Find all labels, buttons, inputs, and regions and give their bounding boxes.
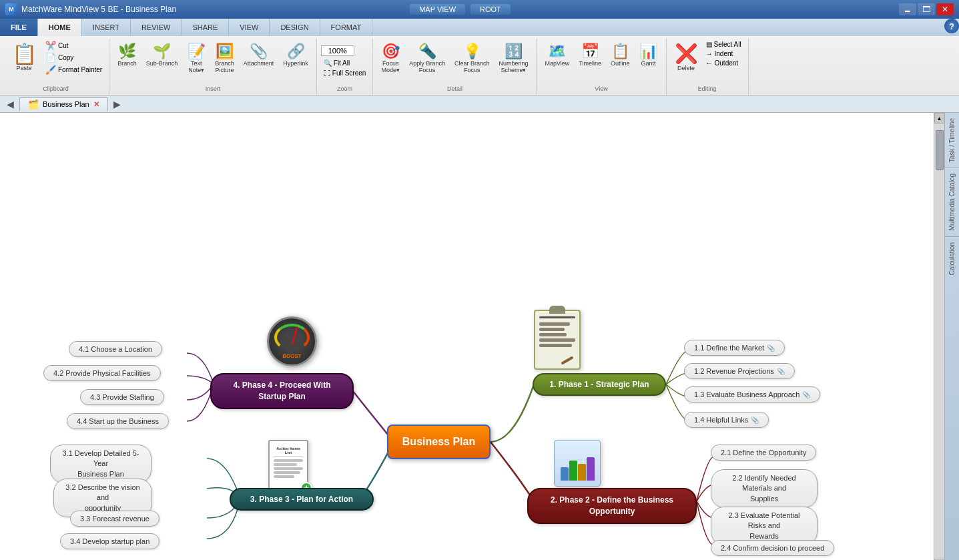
right-panel: Task / Timeline Multimedia Catalog Calcu… [944, 113, 959, 560]
indent-button[interactable]: → Indent [703, 49, 744, 58]
leaf-1-4[interactable]: 1.4 Helpful Links 📎 [684, 412, 769, 428]
outline-button[interactable]: 📋 Outline [607, 40, 634, 69]
clear-branch-focus-button[interactable]: 💡 Clear BranchFocus [450, 40, 494, 76]
fit-all-button[interactable]: 🔍 Fit All [321, 59, 352, 67]
tab-design[interactable]: DESIGN [270, 19, 320, 36]
attachment-button[interactable]: 📎 Attachment [240, 40, 278, 69]
window-controls: 🗕 🗖 ✕ [899, 3, 954, 15]
leaf-1-1-label: 1.1 Define the Market [694, 344, 764, 352]
tab-view[interactable]: VIEW [229, 19, 270, 36]
minimize-btn[interactable]: 🗕 [899, 3, 916, 15]
gantt-label: Gantt [641, 60, 656, 67]
view-group: 🗺️ MapView 📅 Timeline 📋 Outline 📊 Gantt … [537, 39, 666, 95]
scroll-up-btn[interactable]: ▲ [934, 113, 945, 123]
multimedia-catalog-panel[interactable]: Multimedia Catalog [947, 168, 957, 236]
scroll-track[interactable] [935, 123, 944, 559]
zoom-display: 100% [321, 45, 354, 56]
branch-button[interactable]: 🌿 Branch [113, 40, 141, 69]
app-title: MatchWare MindView 5 BE - Business Plan [21, 5, 407, 14]
insert-group-content: 🌿 Branch 🌱 Sub-Branch 📝 TextNote▾ 🖼️ Bra… [113, 40, 312, 83]
leaf-4-3[interactable]: 4.3 Provide Staffing [80, 389, 164, 405]
select-all-label: Select All [714, 41, 741, 48]
phase3-image: Action Items List + [268, 440, 308, 490]
leaf-3-3[interactable]: 3.3 Forecast revenue [70, 511, 159, 527]
leaf-4-1[interactable]: 4.1 Choose a Location [69, 341, 162, 357]
phase1-node[interactable]: 1. Phase 1 - Strategic Plan [533, 373, 666, 396]
delete-button[interactable]: ❌ Delete [671, 40, 702, 74]
leaf-4-2[interactable]: 4.2 Provide Physical Facilities [43, 365, 161, 381]
text-note-button[interactable]: 📝 TextNote▾ [183, 40, 210, 76]
tab-file[interactable]: FILE [0, 19, 38, 36]
sub-branch-button[interactable]: 🌱 Sub-Branch [142, 40, 182, 69]
canvas-scrollbar: ▲ ▼ [934, 113, 944, 560]
full-screen-button[interactable]: ⛶ Full Screen [321, 69, 369, 77]
scroll-thumb[interactable] [936, 130, 944, 170]
phase2-node[interactable]: 2. Phase 2 - Define the BusinessOpportun… [527, 488, 697, 524]
zoom-group-content: 100% 🔍 Fit All ⛶ Full Screen [321, 40, 369, 83]
text-note-label: TextNote▾ [188, 60, 204, 73]
map-view-btn[interactable]: MAP VIEW [410, 4, 465, 15]
zoom-display-row: 100% [321, 45, 354, 56]
phase3-node[interactable]: 3. Phase 3 - Plan for Action [230, 488, 374, 511]
leaf-4-1-label: 4.1 Choose a Location [79, 345, 152, 353]
maximize-btn[interactable]: 🗖 [918, 3, 935, 15]
focus-mode-icon: 🎯 [382, 43, 400, 60]
copy-button[interactable]: 📄 Copy [43, 52, 105, 63]
format-painter-button[interactable]: 🖌️ Format Painter [43, 64, 105, 75]
leaf-3-2-label: 3.2 Describe the vision andopportunity [65, 483, 139, 512]
root-btn[interactable]: ROOT [470, 4, 511, 15]
tab-nav-forward[interactable]: ▶ [109, 99, 125, 109]
outdent-icon: ← [706, 59, 713, 67]
branch-picture-button[interactable]: 🖼️ BranchPicture [211, 40, 238, 76]
numbering-scheme-button[interactable]: 🔢 NumberingScheme▾ [495, 40, 532, 76]
format-painter-icon: 🖌️ [45, 65, 56, 75]
help-btn[interactable]: ? [944, 19, 959, 33]
apply-branch-focus-button[interactable]: 🔦 Apply BranchFocus [405, 40, 449, 76]
leaf-3-4[interactable]: 3.4 Develop startup plan [60, 533, 159, 549]
leaf-1-1[interactable]: 1.1 Define the Market 📎 [684, 340, 785, 356]
tab-review[interactable]: REVIEW [131, 19, 182, 36]
outline-icon: 📋 [611, 43, 629, 60]
timeline-button[interactable]: 📅 Timeline [575, 40, 605, 69]
calculation-panel[interactable]: Calculation [947, 237, 957, 280]
mapview-button[interactable]: 🗺️ MapView [541, 40, 573, 69]
focus-mode-label: FocusMode▾ [382, 60, 400, 73]
tab-nav-back[interactable]: ◀ [3, 99, 18, 109]
hyperlink-button[interactable]: 🔗 Hyperlink [279, 40, 312, 69]
center-node[interactable]: Business Plan [387, 425, 491, 459]
paste-button[interactable]: 📋 Paste [7, 40, 41, 74]
tab-format[interactable]: FORMAT [320, 19, 373, 36]
close-btn[interactable]: ✕ [936, 3, 954, 15]
select-all-button[interactable]: ▤ Select All [703, 40, 744, 49]
canvas[interactable]: Business Plan 1. Phase 1 - Strategic Pla… [0, 113, 934, 560]
leaf-1-3[interactable]: 1.3 Evaluate Business Approach 📎 [684, 386, 820, 402]
attachment-icon: 📎 [250, 43, 268, 60]
document-tab[interactable]: 🗂️ Business Plan ✕ [19, 97, 108, 111]
leaf-3-4-label: 3.4 Develop startup plan [70, 537, 149, 545]
phase4-label: 4. Phase 4 - Proceed WithStartup Plan [234, 380, 331, 402]
sub-branch-label: Sub-Branch [146, 60, 178, 67]
tab-close-btn[interactable]: ✕ [93, 100, 99, 109]
main-area: Business Plan 1. Phase 1 - Strategic Pla… [0, 113, 959, 560]
cut-button[interactable]: ✂️ Cut [43, 40, 105, 51]
tab-share[interactable]: SHARE [182, 19, 229, 36]
hyperlink-icon: 🔗 [287, 43, 305, 60]
leaf-2-1[interactable]: 2.1 Define the Opportunity [711, 445, 816, 461]
task-timeline-panel[interactable]: Task / Timeline [947, 113, 957, 168]
leaf-1-2-attach-icon: 📎 [777, 368, 785, 375]
leaf-3-1[interactable]: 3.1 Develop Detailed 5-YearBusiness Plan [50, 445, 151, 483]
leaf-2-4[interactable]: 2.4 Confirm decision to proceed [711, 540, 834, 556]
leaf-1-2[interactable]: 1.2 Revenue Projections 📎 [684, 363, 795, 379]
focus-mode-button[interactable]: 🎯 FocusMode▾ [377, 40, 404, 76]
tab-home[interactable]: HOME [38, 19, 82, 36]
app-icon: M [5, 3, 17, 15]
phase4-node[interactable]: 4. Phase 4 - Proceed WithStartup Plan [210, 373, 354, 409]
gantt-button[interactable]: 📊 Gantt [635, 40, 662, 69]
outline-label: Outline [611, 60, 630, 67]
tab-bar: ◀ 🗂️ Business Plan ✕ ▶ [0, 95, 959, 113]
outdent-button[interactable]: ← Outdent [703, 59, 744, 67]
leaf-2-2[interactable]: 2.2 Identify Needed Materials andSupplie… [711, 469, 818, 508]
tab-insert[interactable]: INSERT [82, 19, 131, 36]
tab-doc-icon: 🗂️ [28, 99, 39, 109]
leaf-4-4[interactable]: 4.4 Start up the Business [67, 413, 169, 429]
